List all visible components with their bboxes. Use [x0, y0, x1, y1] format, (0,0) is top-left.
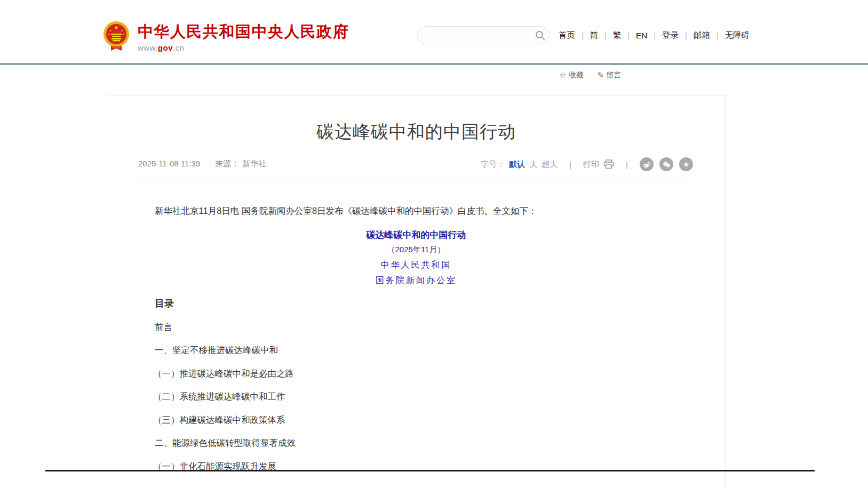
- nav-simplified[interactable]: 简: [589, 30, 600, 41]
- window-bottom-edge: [45, 470, 815, 471]
- url-gov: gov: [158, 43, 173, 52]
- nav-mail[interactable]: 邮箱: [692, 30, 711, 41]
- national-emblem-icon: ★ ★ ★ ★ ★: [102, 20, 130, 51]
- search-icon: [535, 30, 545, 41]
- search-button[interactable]: [531, 26, 549, 44]
- toc-item: （三）构建碳达峰碳中和政策体系: [153, 414, 285, 426]
- url-cn: .cn: [173, 43, 185, 52]
- search-box: [417, 26, 550, 44]
- toc-title: 目录: [155, 297, 174, 310]
- doc-date: （2025年11月）: [107, 245, 725, 255]
- svg-text:★: ★: [114, 25, 119, 30]
- top-nav: 首页 | 简 | 繁 | EN | 登录 | 邮箱 | 无障碍: [558, 30, 751, 41]
- comment-label: 留言: [607, 70, 621, 80]
- brand-text: 中华人民共和国中央人民政府 www.gov.cn: [138, 20, 349, 52]
- favorite-button[interactable]: ☆ 收藏: [559, 70, 583, 80]
- nav-separator: |: [654, 31, 656, 40]
- nav-home[interactable]: 首页: [558, 30, 576, 41]
- nav-traditional[interactable]: 繁: [612, 30, 623, 41]
- doc-org-line1: 中华人民共和国: [107, 260, 725, 271]
- nav-separator: |: [716, 31, 719, 40]
- comment-button[interactable]: ✎ 留言: [597, 70, 621, 80]
- favorite-label: 收藏: [569, 70, 583, 80]
- toc-item: （一）推进碳达峰碳中和是必由之路: [153, 368, 294, 380]
- pencil-icon: ✎: [597, 70, 604, 80]
- nav-separator: |: [685, 31, 687, 40]
- url-www: www.: [138, 43, 158, 52]
- star-icon: ☆: [559, 70, 566, 80]
- header-divider-line: [0, 63, 868, 65]
- svg-text:★: ★: [123, 33, 125, 36]
- site-title: 中华人民共和国中央人民政府: [138, 22, 349, 41]
- toc-item: （二）系统推进碳达峰碳中和工作: [153, 391, 285, 403]
- nav-accessibility[interactable]: 无障碍: [723, 30, 751, 41]
- toc-item: 前言: [155, 322, 172, 333]
- nav-separator: |: [604, 31, 607, 40]
- page-actions: ☆ 收藏 ✎ 留言: [559, 70, 621, 80]
- svg-text:★: ★: [108, 33, 110, 36]
- site-logo[interactable]: ★ ★ ★ ★ ★ 中华人民共和国中央人民政府 www.gov.cn: [102, 20, 349, 52]
- doc-title: 碳达峰碳中和的中国行动: [107, 229, 725, 241]
- nav-separator: |: [627, 31, 630, 40]
- article-body: 新华社北京11月8日电 国务院新闻办公室8日发布《碳达峰碳中和的中国行动》白皮书…: [107, 95, 725, 488]
- page: ★ ★ ★ ★ ★ 中华人民共和国中央人民政府 www.gov.cn: [0, 0, 868, 488]
- doc-org-line2: 国务院新闻办公室: [107, 275, 725, 286]
- svg-text:★: ★: [121, 29, 124, 32]
- nav-english[interactable]: EN: [635, 31, 649, 41]
- site-header: ★ ★ ★ ★ ★ 中华人民共和国中央人民政府 www.gov.cn: [0, 0, 868, 63]
- article-intro: 新华社北京11月8日电 国务院新闻办公室8日发布《碳达峰碳中和的中国行动》白皮书…: [137, 203, 693, 218]
- nav-login[interactable]: 登录: [661, 30, 680, 41]
- toc-item: 二、能源绿色低碳转型取得显著成效: [155, 437, 296, 449]
- toc-item: 一、坚定不移推进碳达峰碳中和: [155, 345, 278, 356]
- svg-text:★: ★: [109, 29, 112, 32]
- site-url: www.gov.cn: [138, 43, 349, 52]
- search-input[interactable]: [418, 31, 531, 39]
- nav-separator: |: [582, 31, 584, 40]
- article-card: 碳达峰碳中和的中国行动 2025-11-08 11:39 来源： 新华社 字号：…: [107, 95, 726, 488]
